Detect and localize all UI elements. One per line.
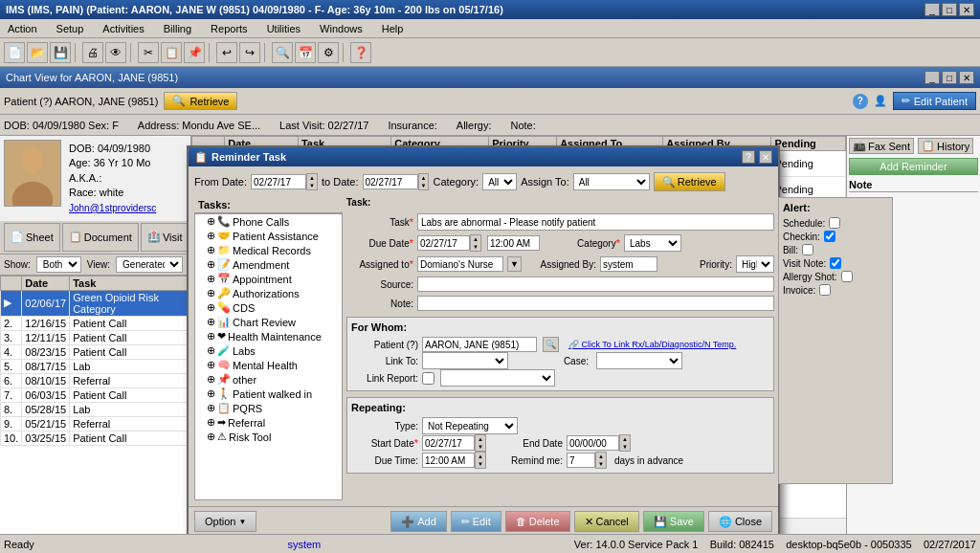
start-date-input[interactable] [422, 435, 475, 451]
table-row[interactable]: 6. 08/10/15 Referral [1, 373, 190, 387]
close-btn[interactable]: ✕ [959, 3, 974, 16]
tree-item-risk-tool[interactable]: ⊕ ⚠ Risk Tool [195, 430, 342, 444]
toolbar-redo[interactable]: ↪ [239, 42, 260, 63]
remind-days-input[interactable] [567, 453, 595, 468]
toolbar-copy[interactable]: 📋 [161, 42, 182, 63]
up-arrow4[interactable]: ▲ [476, 435, 485, 443]
toolbar-search[interactable]: 🔍 [272, 42, 293, 63]
tree-item-pqrs[interactable]: ⊕ 📋 PQRS [195, 401, 342, 415]
fax-sent-button[interactable]: 📠 Fax Sent [849, 138, 914, 154]
toolbar-preview[interactable]: 👁 [105, 42, 126, 63]
edit-button[interactable]: ✏ Edit [451, 511, 501, 532]
down-arrow[interactable]: ▼ [307, 182, 317, 189]
tree-item-phone-calls[interactable]: ⊕ 📞 Phone Calls [195, 214, 342, 229]
tree-item-cds[interactable]: ⊕ 💊 CDS [195, 300, 342, 315]
end-date-spinner-btn[interactable]: ▲ ▼ [619, 434, 631, 452]
table-row[interactable]: 9. 05/21/15 Referral [1, 416, 190, 431]
due-time-input[interactable] [487, 235, 540, 251]
close-button[interactable]: 🌐 Close [708, 511, 772, 532]
up-arrow[interactable]: ▲ [307, 174, 317, 182]
allergy-shot-checkbox[interactable] [841, 271, 853, 282]
tree-item-chart-review[interactable]: ⊕ 📊 Chart Review [195, 315, 342, 329]
category-select[interactable]: All [482, 173, 517, 190]
cancel-button[interactable]: ✕ Cancel [574, 511, 639, 532]
save-button[interactable]: 💾 Save [643, 511, 704, 532]
email-link[interactable]: John@1stprovidersc [69, 203, 156, 213]
schedule-checkbox[interactable] [829, 217, 840, 229]
tree-item-other[interactable]: ⊕ 📌 other [195, 372, 342, 387]
table-row[interactable]: 5. 08/17/15 Lab [1, 359, 190, 373]
tree-item-mental-health[interactable]: ⊕ 🧠 Mental Health [195, 358, 342, 372]
down-arrow3[interactable]: ▼ [471, 243, 480, 251]
invoice-checkbox[interactable] [819, 284, 831, 296]
visit-note-checkbox[interactable] [830, 257, 841, 269]
option-button[interactable]: Option ▼ [194, 511, 256, 532]
maximize-btn[interactable]: □ [942, 3, 957, 16]
from-date-input[interactable] [251, 174, 306, 189]
table-row[interactable]: 4. 08/23/15 Patient Call [1, 344, 190, 359]
to-date-spinner-btn[interactable]: ▲ ▼ [418, 173, 430, 190]
down-arrow5[interactable]: ▼ [620, 443, 630, 451]
tab-visit[interactable]: 🏥 Visit [141, 223, 189, 252]
up-arrow2[interactable]: ▲ [419, 174, 429, 182]
due-date-input[interactable] [417, 235, 470, 251]
end-date-input[interactable] [567, 435, 619, 451]
due-date-spinner-btn[interactable]: ▲ ▼ [470, 234, 481, 252]
due-time-repeating-input[interactable] [422, 453, 475, 468]
up-arrow6[interactable]: ▲ [476, 453, 485, 460]
history-button[interactable]: 📋 History [918, 138, 973, 154]
toolbar-save[interactable]: 💾 [50, 42, 71, 63]
table-row[interactable]: 10. 03/25/15 Patient Call [1, 431, 190, 445]
link-rx-lab-link[interactable]: 🔗 Click To Link Rx/Lab/Diagnostic/N Temp… [568, 340, 736, 349]
link-report-checkbox[interactable] [422, 372, 434, 385]
down-arrow6[interactable]: ▼ [476, 460, 485, 468]
due-time-spinner-btn[interactable]: ▲ ▼ [475, 452, 486, 469]
table-row[interactable]: ▶ 02/06/17 Green Opioid Risk Category [1, 290, 190, 316]
up-arrow7[interactable]: ▲ [596, 453, 606, 460]
chart-close-btn[interactable]: ✕ [959, 71, 974, 84]
dialog-close-btn[interactable]: ✕ [759, 150, 772, 164]
start-date-spinner-btn[interactable]: ▲ ▼ [475, 434, 486, 452]
tree-item-health-maintenance[interactable]: ⊕ ❤ Health Maintenance [195, 329, 342, 343]
chart-minimize-btn[interactable]: _ [924, 71, 940, 84]
table-row[interactable]: 8. 05/28/15 Lab [1, 402, 190, 416]
note-input[interactable] [417, 296, 774, 311]
menu-utilities[interactable]: Utilities [263, 22, 304, 35]
tree-item-patient-assistance[interactable]: ⊕ 🤝 Patient Assistance [195, 229, 342, 243]
repeating-type-select[interactable]: Not Repeating [422, 417, 518, 434]
category-detail-select[interactable]: Labs [624, 234, 681, 252]
chart-maximize-btn[interactable]: □ [942, 71, 957, 84]
menu-billing[interactable]: Billing [160, 22, 195, 35]
dialog-help-btn[interactable]: ? [742, 150, 755, 164]
menu-setup[interactable]: Setup [53, 22, 88, 35]
toolbar-print[interactable]: 🖨 [82, 42, 103, 63]
toolbar-calendar[interactable]: 📅 [295, 42, 316, 63]
add-button[interactable]: ➕ Add [390, 511, 447, 532]
tree-item-labs[interactable]: ⊕ 🧪 Labs [195, 343, 342, 358]
up-arrow3[interactable]: ▲ [471, 235, 480, 243]
toolbar-undo[interactable]: ↩ [216, 42, 237, 63]
toolbar-open[interactable]: 📂 [27, 42, 48, 63]
checkin-checkbox[interactable] [824, 231, 835, 242]
minimize-btn[interactable]: _ [924, 3, 940, 16]
link-report-select[interactable] [440, 369, 555, 387]
source-input[interactable] [417, 276, 774, 292]
toolbar-help[interactable]: ❓ [350, 42, 371, 63]
tab-document[interactable]: 📋 Document [62, 223, 139, 252]
assign-to-select[interactable]: All [573, 173, 650, 190]
assigned-to-picker-btn[interactable]: ▼ [507, 256, 522, 272]
tree-item-authorizations[interactable]: ⊕ 🔑 Authorizations [195, 286, 342, 300]
down-arrow4[interactable]: ▼ [476, 443, 485, 451]
assigned-by-input[interactable] [600, 256, 657, 272]
assigned-to-input[interactable] [417, 256, 503, 272]
retrieve-button[interactable]: 🔍 Retrieve [164, 92, 237, 110]
tree-item-medical-records[interactable]: ⊕ 📁 Medical Records [195, 243, 342, 257]
table-row[interactable]: 7. 06/03/15 Patient Call [1, 387, 190, 402]
tree-item-amendment[interactable]: ⊕ 📝 Amendment [195, 257, 342, 272]
tab-sheet[interactable]: 📄 Sheet [4, 223, 60, 252]
show-select[interactable]: Both [36, 256, 81, 273]
table-row[interactable]: 3. 12/11/15 Patient Call [1, 330, 190, 344]
menu-activities[interactable]: Activities [99, 22, 147, 35]
priority-select[interactable]: High [736, 255, 774, 273]
tree-item-patient-walked-in[interactable]: ⊕ 🚶 Patient walked in [195, 387, 342, 401]
